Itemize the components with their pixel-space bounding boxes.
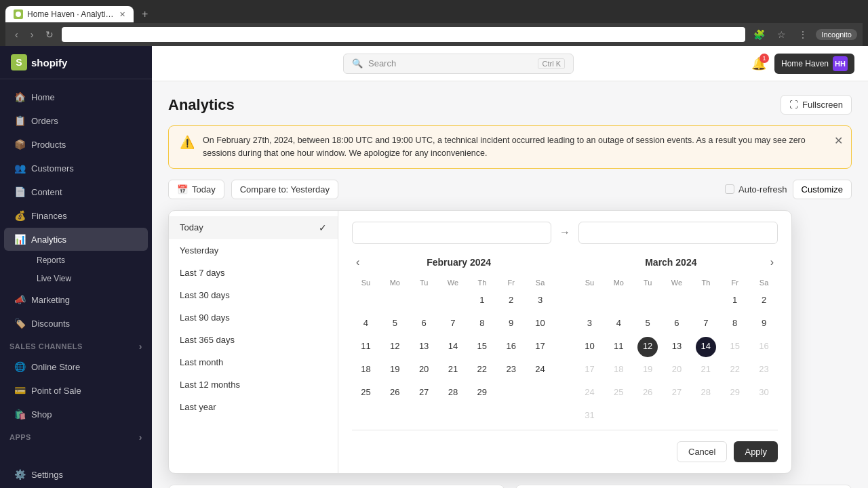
cal-day[interactable]: 19 (384, 360, 405, 380)
bookmark-btn[interactable]: ☆ (773, 28, 790, 41)
cal-day[interactable]: 13 (667, 337, 687, 357)
sidebar-item-orders[interactable]: 📋 Orders (4, 109, 148, 132)
preset-label: Last 365 days (180, 335, 235, 345)
compare-btn[interactable]: Compare to: Yesterday (231, 180, 338, 199)
cal-day[interactable]: 28 (443, 383, 463, 403)
preset-last-year[interactable]: Last year (169, 396, 338, 418)
extension-btn[interactable]: 🧩 (749, 28, 769, 41)
auto-refresh-toggle[interactable]: Auto-refresh (725, 184, 787, 195)
sidebar-item-reports[interactable]: Reports (28, 251, 148, 269)
cal-day[interactable]: 6 (667, 314, 687, 334)
apply-btn[interactable]: Apply (734, 441, 778, 462)
cal-day-selected-end[interactable]: 14 (696, 337, 716, 357)
cancel-btn[interactable]: Cancel (677, 441, 727, 462)
cal-day[interactable]: 14 (443, 337, 463, 357)
cal-day[interactable]: 1 (725, 291, 745, 311)
browser-tab-active[interactable]: Home Haven · Analytics · Shopi ✕ (5, 6, 134, 22)
alert-close-btn[interactable]: ✕ (834, 134, 843, 147)
sidebar-item-live-view[interactable]: Live View (28, 270, 148, 287)
cal-day[interactable]: 17 (530, 337, 551, 357)
cal-day[interactable]: 10 (530, 314, 551, 334)
cal-day[interactable]: 11 (355, 337, 376, 357)
back-btn[interactable]: ‹ (11, 28, 22, 41)
cal-next-btn[interactable]: › (766, 255, 778, 270)
preset-today[interactable]: Today ✓ (169, 216, 338, 239)
shopify-logo[interactable]: S shopify (11, 54, 67, 70)
refresh-btn[interactable]: ↻ (41, 28, 58, 41)
cal-day[interactable]: 4 (608, 314, 629, 334)
cal-day[interactable]: 7 (696, 314, 716, 334)
cal-day[interactable]: 18 (355, 360, 376, 380)
cal-day[interactable]: 13 (414, 337, 434, 357)
today-btn[interactable]: 📅 Today (168, 180, 224, 199)
preset-last30[interactable]: Last 30 days (169, 284, 338, 306)
cal-day[interactable]: 3 (530, 291, 551, 311)
forward-btn[interactable]: › (26, 28, 38, 41)
cal-day-selected-start[interactable]: 12 (637, 337, 658, 357)
notification-btn[interactable]: 🔔 1 (751, 56, 766, 71)
sidebar-item-content[interactable]: 📄 Content (4, 180, 148, 203)
cal-day[interactable]: 27 (414, 383, 434, 403)
cal-day[interactable]: 5 (384, 314, 405, 334)
cal-day[interactable]: 21 (443, 360, 463, 380)
user-menu-btn[interactable]: Home Haven HH (774, 54, 854, 74)
page-title: Analytics (168, 96, 235, 114)
cal-day[interactable]: 5 (637, 314, 658, 334)
cal-day[interactable]: 2 (754, 291, 774, 311)
cal-day[interactable]: 29 (472, 383, 492, 403)
cal-day[interactable]: 8 (472, 314, 492, 334)
cal-day[interactable]: 8 (725, 314, 745, 334)
sidebar-nav: 🏠 Home 📋 Orders 📦 Products 👥 Customers 📄… (0, 79, 152, 462)
cal-day[interactable]: 1 (472, 291, 492, 311)
cal-day[interactable]: 4 (355, 314, 376, 334)
search-box[interactable]: 🔍 Search Ctrl K (343, 54, 574, 74)
preset-last-month[interactable]: Last month (169, 351, 338, 373)
cal-day[interactable]: 22 (472, 360, 492, 380)
cal-day[interactable]: 9 (754, 314, 774, 334)
address-bar[interactable]: admin.shopify.com/store/de8143-a6/dashbo… (62, 27, 745, 42)
fullscreen-btn[interactable]: ⛶ Fullscreen (781, 95, 852, 115)
cal-day[interactable]: 11 (608, 337, 629, 357)
sidebar-item-customers[interactable]: 👥 Customers (4, 157, 148, 180)
sidebar-item-products[interactable]: 📦 Products (4, 133, 148, 156)
store-name: Home Haven (781, 59, 829, 68)
sidebar-item-marketing[interactable]: 📣 Marketing (4, 288, 148, 311)
sidebar-item-point-of-sale[interactable]: 💳 Point of Sale (4, 379, 148, 402)
check-icon: ✓ (319, 222, 327, 233)
cal-day[interactable]: 24 (530, 360, 551, 380)
preset-last7[interactable]: Last 7 days (169, 262, 338, 284)
cal-day[interactable]: 23 (501, 360, 521, 380)
cal-day[interactable]: 3 (579, 314, 599, 334)
preset-last90[interactable]: Last 90 days (169, 306, 338, 329)
preset-last12[interactable]: Last 12 months (169, 373, 338, 396)
cal-day[interactable]: 20 (414, 360, 434, 380)
sidebar-item-shop[interactable]: 🛍️ Shop (4, 403, 148, 426)
cal-day[interactable]: 26 (384, 383, 405, 403)
preset-last365[interactable]: Last 365 days (169, 329, 338, 351)
cal-day[interactable]: 12 (384, 337, 405, 357)
compare-label: Compare to: Yesterday (240, 184, 330, 195)
cal-day[interactable]: 2 (501, 291, 521, 311)
sidebar-item-finances[interactable]: 💰 Finances (4, 204, 148, 227)
menu-btn[interactable]: ⋮ (794, 28, 812, 41)
sidebar-item-settings[interactable]: ⚙️ Settings (4, 462, 148, 487)
cal-day[interactable]: 10 (579, 337, 599, 357)
customize-btn[interactable]: Customize (793, 180, 852, 199)
cal-day[interactable]: 15 (472, 337, 492, 357)
sidebar-item-analytics[interactable]: 📊 Analytics (4, 228, 148, 251)
cal-day[interactable]: 16 (501, 337, 521, 357)
sidebar-item-home[interactable]: 🏠 Home (4, 85, 148, 108)
sidebar-item-discounts[interactable]: 🏷️ Discounts (4, 312, 148, 335)
auto-refresh-checkbox[interactable] (725, 184, 734, 194)
preset-yesterday[interactable]: Yesterday (169, 239, 338, 262)
tab-close-btn[interactable]: ✕ (119, 10, 125, 19)
cal-day[interactable]: 9 (501, 314, 521, 334)
start-date-input[interactable]: March 13, 2024 (352, 222, 551, 244)
cal-prev-btn[interactable]: ‹ (352, 255, 363, 270)
end-date-input[interactable]: March 14, 2024 (578, 222, 778, 244)
sidebar-item-online-store[interactable]: 🌐 Online Store (4, 355, 148, 378)
cal-day[interactable]: 7 (443, 314, 463, 334)
cal-day[interactable]: 6 (414, 314, 434, 334)
cal-day[interactable]: 25 (355, 383, 376, 403)
new-tab-btn[interactable]: + (136, 5, 153, 23)
